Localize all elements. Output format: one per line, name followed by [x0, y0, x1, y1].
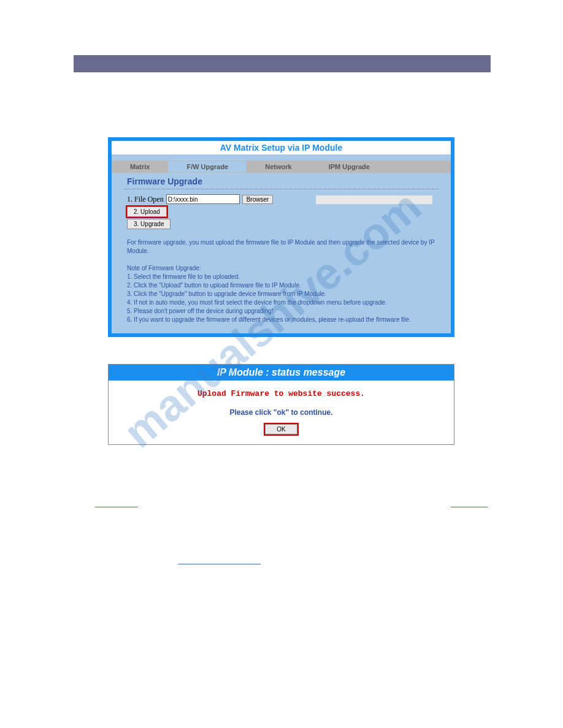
section-title: Firmware Upgrade — [127, 176, 451, 186]
link-underline-2 — [451, 507, 488, 507]
upload-button[interactable]: 2. Upload — [127, 207, 167, 217]
note-6: 6. If you want to upgrade the firmware o… — [127, 316, 435, 324]
ok-button[interactable]: OK — [265, 424, 297, 434]
note-5: 5. Please don't power off the device dur… — [127, 307, 435, 316]
progress-bar — [316, 195, 432, 204]
divider — [124, 189, 439, 189]
instruction-intro: For firmware upgrade, you must upload th… — [127, 238, 435, 256]
upgrade-button[interactable]: 3. Upgrade — [127, 219, 170, 229]
note-title: Note of Firmware Upgrade: — [127, 264, 435, 273]
tab-fw-upgrade[interactable]: F/W Upgrade — [168, 161, 247, 172]
status-body: Upload Firmware to website success. Plea… — [109, 381, 454, 444]
tab-matrix[interactable]: Matrix — [112, 161, 168, 172]
file-path-input[interactable] — [166, 194, 240, 204]
note-3: 3. Click the "Upgrade" button to upgrade… — [127, 290, 435, 298]
link-underline-3 — [178, 564, 261, 564]
tab-bar: Matrix F/W Upgrade Network IPM Upgrade — [112, 161, 451, 173]
tab-ipm-upgrade[interactable]: IPM Upgrade — [310, 161, 388, 172]
header-purple-bar — [74, 55, 491, 72]
status-instruction: Please click "ok" to continue. — [109, 408, 454, 417]
note-4: 4. If not in auto mode, you must first s… — [127, 298, 435, 307]
browser-button[interactable]: Browser — [242, 195, 274, 204]
note-1: 1. Select the firmware file to be upload… — [127, 273, 435, 281]
panel-content: Matrix F/W Upgrade Network IPM Upgrade F… — [112, 154, 451, 333]
note-2: 2. Click the "Upload" button to upload f… — [127, 281, 435, 290]
firmware-upgrade-panel: AV Matrix Setup via IP Module Matrix F/W… — [108, 137, 454, 337]
status-title: IP Module : status message — [109, 365, 454, 381]
panel-title: AV Matrix Setup via IP Module — [112, 141, 451, 154]
instructions-block: For firmware upgrade, you must upload th… — [127, 238, 435, 324]
status-message-text: Upload Firmware to website success. — [109, 389, 454, 398]
status-message-panel: IP Module : status message Upload Firmwa… — [108, 364, 454, 445]
file-open-label: 1. File Open — [127, 195, 164, 204]
link-underline-1 — [95, 507, 138, 507]
tab-network[interactable]: Network — [247, 161, 310, 172]
